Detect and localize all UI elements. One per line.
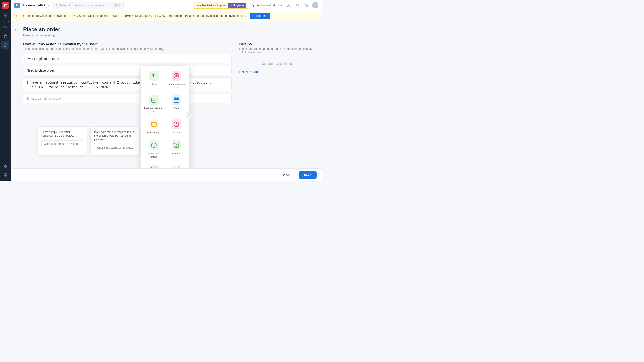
topbar-app-name: EcommerceBot	[22, 3, 46, 7]
date-range-label: Date Range	[147, 131, 160, 134]
tooltip-area: Some sample invocation sentences are giv…	[38, 126, 140, 155]
param-type-integer[interactable]: 10 Integer Number	[142, 162, 165, 168]
main-area: E EcommerceBot ▾ Search for services or …	[11, 0, 322, 181]
rail-services-item[interactable]	[1, 12, 10, 20]
alert-text: The free tier allowance for Conversion -…	[19, 14, 246, 17]
invocation-input-2[interactable]	[23, 66, 232, 75]
param-type-amount[interactable]: $ Amount	[165, 137, 188, 162]
gear-icon	[304, 3, 308, 7]
single-selection-label: Single selection List	[167, 82, 186, 89]
tooltip-card-2: Input data that are required to fulfil t…	[90, 126, 140, 155]
close-icon	[188, 114, 190, 116]
svg-rect-41	[174, 167, 179, 168]
svg-point-17	[288, 6, 289, 6]
app-dropdown-chevron[interactable]: ▾	[48, 4, 50, 7]
rail-bot-icon[interactable]	[1, 41, 10, 49]
svg-line-15	[56, 6, 58, 7]
params-section: Params These data will be prompted one b…	[239, 42, 315, 105]
svg-text:$: $	[176, 143, 177, 147]
rail-cloud-icon[interactable]	[1, 23, 10, 31]
rail-nav-section: Services	[1, 12, 10, 22]
icon-rail: Services	[0, 0, 11, 181]
free-tier-text: Free Tier Partially Expired	[196, 4, 226, 7]
rail-tools-icon[interactable]	[1, 162, 10, 170]
topbar: E EcommerceBot ▾ Search for services or …	[11, 0, 322, 11]
param-type-multiple-selection[interactable]: Multiple selection List	[142, 92, 165, 116]
invocation-input-3[interactable]: I have an account amelia.burrows@zylker.…	[23, 77, 232, 91]
app-logo-icon[interactable]	[2, 2, 9, 9]
tooltip-input-1[interactable]	[41, 140, 83, 147]
bottom-bar: Cancel Save	[11, 168, 322, 181]
svg-rect-0	[4, 14, 5, 15]
settings-button[interactable]	[303, 2, 310, 8]
svg-point-14	[55, 4, 57, 6]
date-range-icon	[149, 119, 159, 129]
back-button[interactable]	[12, 27, 19, 33]
param-type-datetime-range[interactable]: Date/Time Range	[142, 137, 165, 162]
param-type-string[interactable]: T String	[142, 68, 165, 92]
rail-grid-icon[interactable]	[1, 171, 10, 179]
save-button[interactable]: Save	[298, 171, 317, 179]
rail-network-icon[interactable]	[1, 32, 10, 40]
tooltip-card-1: Some sample invocation sentences are giv…	[38, 126, 87, 155]
multiple-selection-label: Multiple selection List	[144, 107, 163, 113]
params-desc: These data will be prompted one by one c…	[239, 47, 315, 54]
bell-icon	[296, 3, 299, 7]
date-label: Date	[174, 107, 179, 110]
rail-chat-icon[interactable]	[1, 50, 10, 58]
new-param-button[interactable]: + New Param	[239, 70, 258, 73]
search-icon	[54, 4, 58, 7]
svg-point-21	[176, 75, 177, 76]
svg-rect-28	[152, 122, 156, 126]
tooltip-input-2[interactable]	[94, 144, 136, 151]
invocation-input-4[interactable]	[23, 94, 232, 103]
invocations-desc: These sentences are the sample invocatio…	[23, 47, 232, 50]
topbar-right: Free Tier Partially Expired ✦ Upgrade De…	[193, 2, 318, 9]
svg-rect-10	[4, 174, 5, 175]
back-icon	[14, 28, 17, 32]
param-type-single-selection[interactable]: Single selection List	[165, 68, 188, 92]
rail-services-label: Services	[2, 20, 9, 22]
topbar-app-logo: E	[14, 3, 20, 8]
free-tier-badge: Free Tier Partially Expired ✦ Upgrade	[193, 2, 248, 9]
svg-rect-23	[174, 98, 179, 102]
param-type-date-range[interactable]: Date Range	[142, 116, 165, 137]
svg-point-9	[6, 45, 6, 45]
integer-icon: 10	[149, 165, 159, 168]
user-avatar[interactable]	[312, 2, 318, 8]
svg-point-7	[4, 43, 7, 47]
cancel-button[interactable]: Cancel	[277, 171, 296, 179]
svg-rect-13	[6, 175, 7, 177]
single-selection-icon	[172, 71, 181, 81]
datetime-label: Date/Time	[170, 131, 182, 134]
close-popup-button[interactable]	[186, 112, 192, 118]
upgrade-button[interactable]: ✦ Upgrade	[228, 3, 246, 7]
select-plan-button[interactable]: Select Plan	[250, 13, 270, 18]
datetime-range-icon	[149, 140, 159, 150]
no-params-text: No params associated.	[239, 57, 315, 70]
search-bar[interactable]: Search for services or components ⌘+K	[52, 2, 124, 9]
invocation-input-1[interactable]	[23, 54, 232, 63]
deploy-button[interactable]: Deploy to Production	[251, 3, 283, 7]
page-content: Place an order Based on a business logic…	[11, 21, 322, 168]
deploy-icon	[251, 4, 254, 7]
amount-icon: $	[172, 140, 181, 150]
notifications-button[interactable]	[294, 2, 300, 8]
multiple-selection-icon	[149, 95, 159, 105]
help-button[interactable]	[285, 2, 292, 8]
svg-rect-27	[175, 100, 176, 101]
param-type-decimal[interactable]: 1.0 Decimal Number	[165, 162, 188, 168]
params-title: Params	[239, 42, 315, 46]
datetime-icon	[172, 119, 181, 129]
param-type-date[interactable]: Date	[165, 92, 188, 116]
alert-icon: ℹ	[16, 14, 17, 18]
param-type-datetime[interactable]: Date/Time	[165, 116, 188, 137]
new-param-label: + New Param	[239, 70, 258, 73]
search-shortcut: ⌘+K	[113, 3, 121, 7]
svg-rect-1	[6, 14, 7, 15]
svg-rect-3	[6, 16, 7, 17]
svg-rect-11	[6, 174, 7, 175]
page-title: Place an order	[23, 26, 315, 33]
string-icon: T	[149, 71, 159, 81]
invocations-title: How will this action be invoked by the u…	[23, 42, 232, 46]
